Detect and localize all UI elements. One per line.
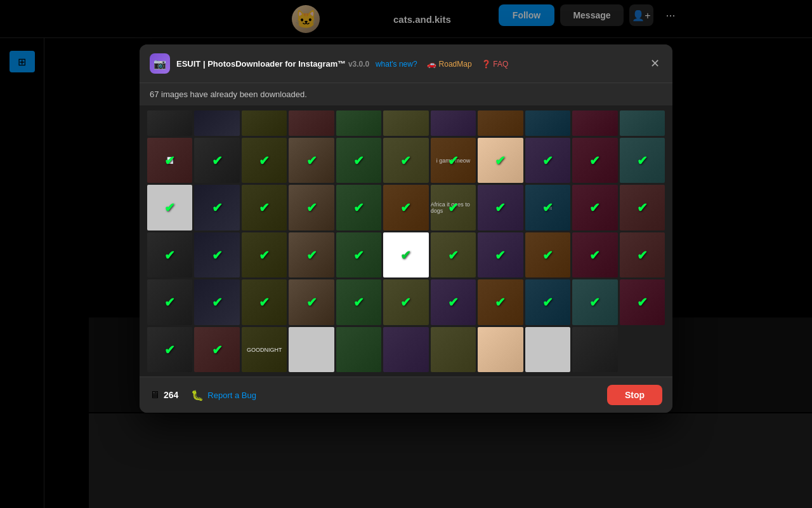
check-icon: ✔ [259,200,270,215]
list-item [289,327,334,372]
modal-header: 📷 ESUIT | PhotosDownloader for Instagram… [140,44,672,83]
table-row [147,110,192,136]
faq-link[interactable]: ❓ FAQ [481,60,508,69]
list-item: ✔ [620,138,665,183]
check-icon: ✔ [164,153,175,168]
faq-label: FAQ [493,60,508,69]
check-icon: ✔ [589,200,600,215]
whats-new-link[interactable]: what's new? [376,60,417,69]
list-item [478,327,523,372]
list-item: ✔ [620,279,665,324]
table-row [572,110,617,136]
modal-footer: 🖥 264 🐛 Report a Bug Stop [140,377,672,413]
check-icon: ✔ [448,200,459,215]
table-row [194,110,239,136]
list-item [525,327,570,372]
list-item: ✔ [242,138,287,183]
roadmap-link[interactable]: 🚗 RoadMap [427,60,474,69]
list-item: ✔ [620,232,665,277]
check-icon: ✔ [589,295,600,310]
list-item: ✔ [572,185,617,230]
check-icon: ✔ [637,248,648,263]
check-icon: ✔ [589,248,600,263]
check-icon: ✔ [400,248,411,263]
list-item: ✔ [194,185,239,230]
check-icon: ✔ [306,248,317,263]
modal-close-button[interactable]: ✕ [648,54,662,73]
logo-icon: 📷 [154,58,166,70]
list-item: ✔ [525,138,570,183]
list-item: ✔ [242,232,287,277]
check-icon: ✔ [353,153,364,168]
check-icon: ✔ [164,342,175,358]
list-item: ✔ [194,232,239,277]
modal-grid-area[interactable]: 📄 ✔ ✔ ✔ ✔ ✔ ✔ i game [140,105,672,377]
image-grid: 📄 ✔ ✔ ✔ ✔ ✔ ✔ i game [147,110,665,372]
check-icon: ✔ [212,295,223,310]
check-icon: ✔ [495,295,506,310]
check-icon: ✔ [212,342,223,358]
list-item: ✔ [147,327,192,372]
list-item: ✔ [478,185,523,230]
list-item: ✔ [336,185,381,230]
list-item: i game meow ✔ [431,138,476,183]
list-item: ✔ [383,138,428,183]
list-item: ✔ [147,185,192,230]
table-row [620,110,665,136]
list-item: ✔ [194,327,239,372]
list-item: ✔ [478,138,523,183]
modal-logo: 📷 [150,53,170,74]
list-item: ✔ [572,138,617,183]
faq-icon: ❓ [481,60,491,69]
download-counter: 264 [164,390,178,400]
list-item: ✔ [289,232,334,277]
roadmap-label: RoadMap [439,60,472,69]
check-icon: ✔ [353,200,364,215]
list-item: GOODNIGHT [242,327,287,372]
check-icon: ✔ [353,295,364,310]
list-item: ✔ [478,232,523,277]
check-icon: ✔ [542,248,553,263]
list-item [431,327,476,372]
check-icon: ✔ [400,153,411,168]
list-item: ✔ [147,279,192,324]
list-item [383,327,428,372]
check-icon: ✔ [259,295,270,310]
check-icon: ✔ [164,200,175,215]
check-icon: ✔ [637,200,648,215]
list-item: text ✔ [525,185,570,230]
table-row [242,110,287,136]
check-icon: ✔ [212,200,223,215]
list-item: ✔ [242,185,287,230]
counter-icon: 🖥 [150,389,160,401]
check-icon: ✔ [259,153,270,168]
check-icon: ✔ [306,295,317,310]
list-item: ✔ [572,279,617,324]
download-count-text: 67 images have already been downloaded. [150,90,307,99]
report-bug-link[interactable]: Report a Bug [207,391,256,400]
list-item: ✔ [383,279,428,324]
check-icon: ✔ [495,153,506,168]
modal-overlay: 📷 ESUIT | PhotosDownloader for Instagram… [0,0,812,508]
list-item: ✔ [336,138,381,183]
list-item: ✔ [194,279,239,324]
list-item: ✔ [572,232,617,277]
list-item: ✔ [147,232,192,277]
check-icon: ✔ [542,153,553,168]
check-icon: ✔ [542,295,553,310]
roadmap-icon: 🚗 [427,60,436,69]
table-row [289,110,334,136]
stop-button[interactable]: Stop [607,385,662,405]
list-item: ✔ [336,232,381,277]
check-icon: ✔ [448,248,459,263]
check-icon: ✔ [212,248,223,263]
list-item: ✔ [525,279,570,324]
check-icon: ✔ [448,153,459,168]
list-item: ✔ [289,138,334,183]
list-item: ✔ [242,279,287,324]
list-item: Africa it goes to dogs ✔ [431,185,476,230]
list-item: ✔ [336,279,381,324]
list-item: ✔ [194,138,239,183]
check-icon: ✔ [164,248,175,263]
check-icon: ✔ [637,295,648,310]
